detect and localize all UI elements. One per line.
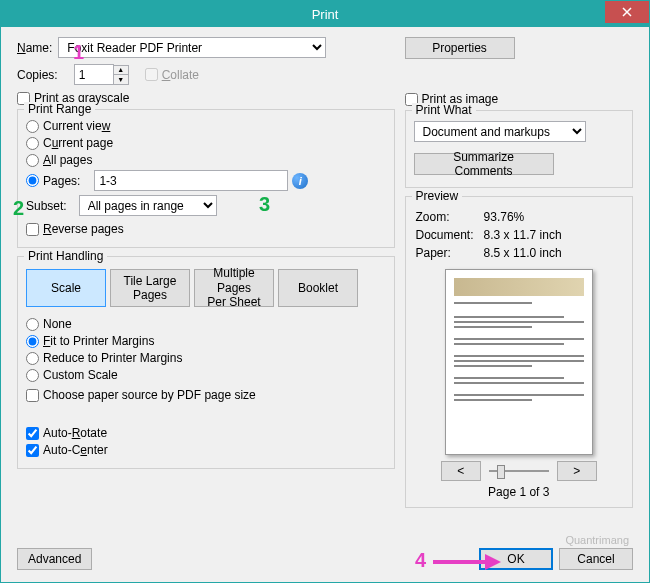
all-pages-label: All pages — [43, 153, 92, 167]
print-range-group: Print Range Current view Current page Al… — [17, 109, 395, 248]
tab-multiple[interactable]: Multiple PagesPer Sheet — [194, 269, 274, 307]
subset-select[interactable]: All pages in range — [79, 195, 217, 216]
reduce-label: Reduce to Printer Margins — [43, 351, 182, 365]
print-what-select[interactable]: Document and markups — [414, 121, 586, 142]
properties-button[interactable]: Properties — [405, 37, 515, 59]
custom-label: Custom Scale — [43, 368, 118, 382]
printer-name-select[interactable]: Foxit Reader PDF Printer — [58, 37, 326, 58]
subset-label: Subset: — [26, 199, 67, 213]
preview-legend: Preview — [412, 189, 463, 203]
prev-page-button[interactable]: < — [441, 461, 481, 481]
spin-up-icon[interactable]: ▲ — [114, 66, 128, 75]
tab-tile[interactable]: Tile LargePages — [110, 269, 190, 307]
paper-source-label: Choose paper source by PDF page size — [43, 388, 256, 402]
current-view-label: Current view — [43, 119, 110, 133]
auto-center-checkbox[interactable] — [26, 444, 39, 457]
titlebar: Print — [1, 1, 649, 27]
copies-label: Copies: — [17, 68, 58, 82]
copies-input[interactable] — [74, 64, 114, 85]
print-range-legend: Print Range — [24, 102, 95, 116]
current-view-radio[interactable] — [26, 120, 39, 133]
fit-label: Fit to Printer Margins — [43, 334, 154, 348]
print-handling-legend: Print Handling — [24, 249, 107, 263]
tab-booklet[interactable]: Booklet — [278, 269, 358, 307]
chevron-left-icon: < — [457, 464, 464, 478]
paper-value: 8.5 x 11.0 inch — [484, 245, 570, 261]
print-handling-group: Print Handling Scale Tile LargePages Mul… — [17, 256, 395, 469]
zoom-value: 93.76% — [484, 209, 570, 225]
collate-label: Collate — [162, 68, 199, 82]
custom-radio[interactable] — [26, 369, 39, 382]
summarize-button[interactable]: Summarize Comments — [414, 153, 554, 175]
page-preview — [445, 269, 593, 455]
preview-info: Zoom:93.76% Document:8.3 x 11.7 inch Pap… — [414, 207, 572, 263]
pages-label: Pages: — [43, 174, 80, 188]
tab-scale[interactable]: Scale — [26, 269, 106, 307]
close-button[interactable] — [605, 1, 649, 23]
paper-label: Paper: — [416, 245, 482, 261]
page-slider[interactable] — [489, 462, 549, 480]
page-indicator: Page 1 of 3 — [414, 485, 624, 499]
pages-input[interactable] — [94, 170, 288, 191]
fit-radio[interactable] — [26, 335, 39, 348]
collate-checkbox — [145, 68, 158, 81]
pages-radio[interactable] — [26, 174, 39, 187]
all-pages-radio[interactable] — [26, 154, 39, 167]
info-icon[interactable]: i — [292, 173, 308, 189]
reverse-checkbox[interactable] — [26, 223, 39, 236]
preview-group: Preview Zoom:93.76% Document:8.3 x 11.7 … — [405, 196, 633, 508]
name-label: Name: — [17, 41, 52, 55]
next-page-button[interactable]: > — [557, 461, 597, 481]
current-page-radio[interactable] — [26, 137, 39, 150]
none-radio[interactable] — [26, 318, 39, 331]
none-label: None — [43, 317, 72, 331]
doc-value: 8.3 x 11.7 inch — [484, 227, 570, 243]
paper-source-checkbox[interactable] — [26, 389, 39, 402]
print-dialog: Print Name: Foxit Reader PDF Printer Cop… — [0, 0, 650, 583]
advanced-button[interactable]: Advanced — [17, 548, 92, 570]
watermark: Quantrimang — [565, 534, 629, 546]
doc-label: Document: — [416, 227, 482, 243]
ok-button[interactable]: OK — [479, 548, 553, 570]
print-what-group: Print What Document and markups Summariz… — [405, 110, 633, 188]
current-page-label: Current page — [43, 136, 113, 150]
spin-down-icon[interactable]: ▼ — [114, 75, 128, 84]
print-what-legend: Print What — [412, 103, 476, 117]
close-icon — [622, 7, 632, 17]
chevron-right-icon: > — [573, 464, 580, 478]
auto-rotate-checkbox[interactable] — [26, 427, 39, 440]
reduce-radio[interactable] — [26, 352, 39, 365]
window-title: Print — [312, 7, 339, 22]
auto-center-label: Auto-Center — [43, 443, 108, 457]
copies-spinner[interactable]: ▲▼ — [114, 65, 129, 85]
zoom-label: Zoom: — [416, 209, 482, 225]
reverse-label: Reverse pages — [43, 222, 124, 236]
auto-rotate-label: Auto-Rotate — [43, 426, 107, 440]
cancel-button[interactable]: Cancel — [559, 548, 633, 570]
